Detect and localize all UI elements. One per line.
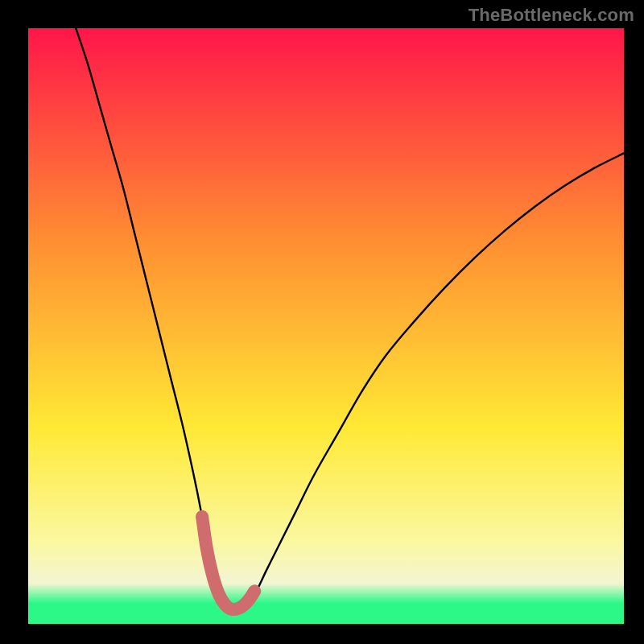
bottleneck-curve-chart — [28, 28, 624, 624]
watermark-text: TheBottleneck.com — [469, 5, 634, 26]
chart-frame: TheBottleneck.com — [0, 0, 644, 644]
gradient-background — [28, 28, 624, 624]
highlight-marker-dot — [196, 510, 208, 522]
plot-area — [28, 28, 624, 624]
